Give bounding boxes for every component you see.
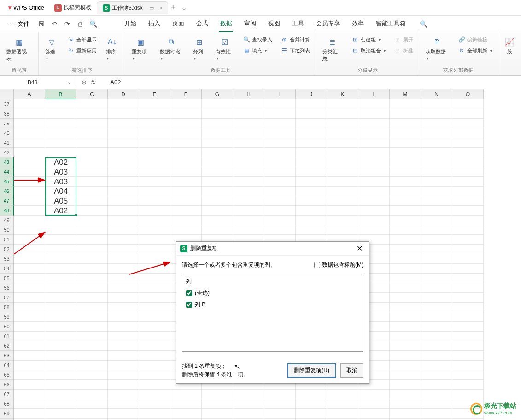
- select-all-corner[interactable]: [0, 89, 14, 99]
- cell[interactable]: [76, 322, 108, 332]
- cell[interactable]: [45, 148, 76, 158]
- col-header-I[interactable]: I: [264, 89, 296, 99]
- cell[interactable]: [296, 119, 327, 128]
- cell[interactable]: [76, 390, 108, 399]
- cell[interactable]: [139, 158, 170, 167]
- cell[interactable]: [390, 254, 421, 264]
- cell[interactable]: [452, 361, 484, 370]
- cell[interactable]: [76, 148, 108, 158]
- cell[interactable]: [170, 119, 202, 128]
- cell[interactable]: [108, 167, 139, 177]
- cell[interactable]: [108, 138, 139, 148]
- cell[interactable]: [452, 206, 484, 216]
- cell[interactable]: [421, 187, 452, 196]
- cell[interactable]: [358, 158, 390, 167]
- cell[interactable]: [202, 138, 233, 148]
- cell[interactable]: [264, 138, 296, 148]
- cell[interactable]: [202, 167, 233, 177]
- column-b-item[interactable]: 列 B: [186, 301, 359, 309]
- cell[interactable]: [358, 167, 390, 177]
- cell[interactable]: [108, 254, 139, 264]
- cell[interactable]: [452, 264, 484, 274]
- cell[interactable]: [139, 177, 170, 187]
- cell[interactable]: [296, 206, 327, 216]
- cell[interactable]: [421, 312, 452, 322]
- cell[interactable]: [170, 399, 202, 409]
- row-header-56[interactable]: 56: [0, 283, 14, 293]
- select-all-checkbox[interactable]: [186, 290, 192, 296]
- cell-B44[interactable]: A03: [45, 167, 76, 177]
- cell[interactable]: [108, 361, 139, 370]
- col-header-N[interactable]: N: [421, 89, 452, 99]
- cell[interactable]: [139, 128, 170, 138]
- row-header-40[interactable]: 40: [0, 128, 14, 138]
- cell[interactable]: [14, 332, 45, 341]
- cell[interactable]: [76, 167, 108, 177]
- column-b-checkbox[interactable]: [186, 302, 192, 308]
- cell[interactable]: [14, 167, 45, 177]
- cell[interactable]: [170, 196, 202, 206]
- cell[interactable]: [14, 138, 45, 148]
- cell[interactable]: [264, 167, 296, 177]
- preview-icon[interactable]: 🔍: [88, 18, 99, 29]
- cell[interactable]: [390, 409, 421, 419]
- cell[interactable]: [202, 216, 233, 225]
- cell[interactable]: [14, 235, 45, 245]
- cell[interactable]: [233, 196, 264, 206]
- cell[interactable]: [264, 177, 296, 187]
- print-icon[interactable]: ⎙: [75, 18, 86, 29]
- cell[interactable]: [170, 109, 202, 119]
- cell[interactable]: [452, 293, 484, 303]
- cell[interactable]: [421, 196, 452, 206]
- cell[interactable]: [421, 158, 452, 167]
- fill-button[interactable]: ▦填充▾: [241, 46, 274, 55]
- refreshall-button[interactable]: ↻全部刷新▾: [456, 46, 494, 55]
- cell[interactable]: [233, 409, 264, 419]
- cell[interactable]: [76, 380, 108, 390]
- cell[interactable]: [233, 148, 264, 158]
- cell[interactable]: [76, 303, 108, 312]
- cell[interactable]: [108, 322, 139, 332]
- cell[interactable]: [14, 312, 45, 322]
- cell[interactable]: [390, 128, 421, 138]
- cell[interactable]: [390, 322, 421, 332]
- row-header-62[interactable]: 62: [0, 341, 14, 351]
- row-header-50[interactable]: 50: [0, 225, 14, 235]
- cell[interactable]: [452, 283, 484, 293]
- cell[interactable]: [45, 332, 76, 341]
- row-header-69[interactable]: 69: [0, 409, 14, 419]
- row-header-53[interactable]: 53: [0, 254, 14, 264]
- cell[interactable]: [296, 177, 327, 187]
- cell[interactable]: [421, 341, 452, 351]
- dropdown-list-button[interactable]: ☰下拉列表: [279, 46, 312, 55]
- show-all-button[interactable]: ⇲全部显示: [65, 35, 99, 44]
- cell[interactable]: [233, 225, 264, 235]
- row-header-44[interactable]: 44: [0, 167, 14, 177]
- cell[interactable]: [421, 225, 452, 235]
- undo-icon[interactable]: ↶: [49, 18, 60, 29]
- cell[interactable]: [14, 370, 45, 380]
- col-header-E[interactable]: E: [139, 89, 170, 99]
- cell[interactable]: [45, 216, 76, 225]
- cell[interactable]: [327, 158, 358, 167]
- cell-B46[interactable]: A04: [45, 187, 76, 196]
- cell[interactable]: [452, 138, 484, 148]
- save-icon[interactable]: 🖫: [36, 18, 47, 29]
- cell[interactable]: [421, 167, 452, 177]
- cell[interactable]: [452, 341, 484, 351]
- cell[interactable]: [76, 254, 108, 264]
- cell[interactable]: [139, 274, 170, 283]
- cell[interactable]: [76, 283, 108, 293]
- cell[interactable]: [421, 128, 452, 138]
- cell[interactable]: [202, 128, 233, 138]
- cell[interactable]: [108, 274, 139, 283]
- cell[interactable]: [264, 128, 296, 138]
- cell[interactable]: [452, 332, 484, 341]
- cell[interactable]: [390, 399, 421, 409]
- tab-window-icon[interactable]: ▭: [149, 5, 154, 11]
- cell[interactable]: [390, 225, 421, 235]
- cell[interactable]: [233, 138, 264, 148]
- cell[interactable]: [108, 187, 139, 196]
- cell[interactable]: [202, 109, 233, 119]
- cell[interactable]: [108, 225, 139, 235]
